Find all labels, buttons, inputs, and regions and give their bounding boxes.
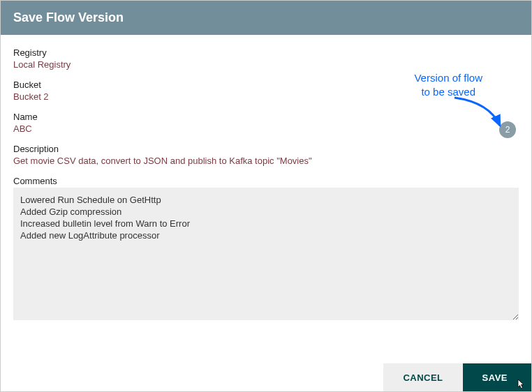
name-field: Name ABC — [13, 112, 519, 134]
registry-field: Registry Local Registry — [13, 47, 519, 70]
registry-label: Registry — [13, 47, 519, 58]
save-flow-version-dialog: Save Flow Version Registry Local Registr… — [0, 0, 532, 392]
save-button-label: SAVE — [482, 372, 508, 383]
comments-input[interactable] — [13, 188, 519, 320]
comments-label: Comments — [13, 176, 519, 186]
dialog-body: Registry Local Registry Bucket Bucket 2 … — [1, 35, 531, 363]
name-label: Name — [13, 112, 519, 122]
description-label: Description — [13, 144, 519, 154]
name-value: ABC — [13, 123, 519, 134]
description-field: Description Get movie CSV data, convert … — [13, 144, 519, 166]
cursor-icon — [516, 379, 527, 390]
registry-value: Local Registry — [13, 59, 519, 70]
comments-field: Comments — [13, 176, 519, 323]
description-value: Get movie CSV data, convert to JSON and … — [13, 156, 519, 166]
dialog-footer: CANCEL SAVE — [1, 363, 531, 391]
dialog-title: Save Flow Version — [1, 1, 531, 35]
cancel-button[interactable]: CANCEL — [383, 363, 462, 391]
annotation-label: Version of flow to be saved — [414, 71, 482, 98]
annotation-line1: Version of flow — [414, 72, 482, 84]
annotation-line2: to be saved — [421, 86, 475, 98]
version-badge: 2 — [499, 121, 516, 138]
save-button[interactable]: SAVE — [463, 363, 531, 391]
